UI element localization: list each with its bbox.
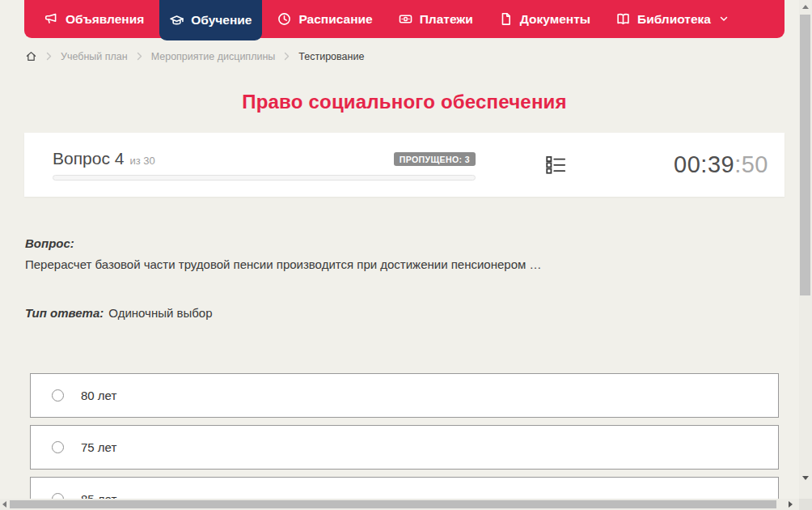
nav-item-schedule[interactable]: Расписание <box>267 0 383 38</box>
nav-item-label: Расписание <box>298 12 372 27</box>
question-total-label: из 30 <box>129 155 154 167</box>
open-book-icon <box>616 12 630 26</box>
skipped-badge: ПРОПУЩЕНО: 3 <box>394 152 476 166</box>
question-heading: Вопрос: <box>25 236 74 250</box>
scroll-down-arrow-icon[interactable] <box>802 476 809 480</box>
chevron-down-icon <box>720 16 728 22</box>
question-progress-bar <box>53 175 476 181</box>
timer-seconds: 50 <box>742 151 768 177</box>
timer-separator: : <box>734 151 742 177</box>
answer-options-list: 80 лет 75 лет 85 лет <box>30 373 779 510</box>
question-number: Вопрос 4из 30 <box>53 149 155 168</box>
nav-item-label: Обучение <box>191 13 252 28</box>
nav-item-payments[interactable]: Платежи <box>388 0 484 38</box>
megaphone-icon <box>44 12 58 26</box>
nav-item-label: Платежи <box>420 12 473 27</box>
breadcrumb-item-study-plan[interactable]: Учебный план <box>61 51 128 62</box>
chevron-right-icon <box>284 52 290 61</box>
question-number-label: Вопрос 4 <box>53 149 124 168</box>
answer-type-value: Одиночный выбор <box>108 306 212 320</box>
banknote-icon <box>399 12 412 26</box>
breadcrumb: Учебный план Мероприятие дисциплины Тест… <box>25 50 364 62</box>
nav-item-library[interactable]: Библиотека <box>606 0 738 38</box>
document-icon <box>499 12 513 26</box>
breadcrumb-item-discipline-event[interactable]: Мероприятие дисциплины <box>151 51 276 62</box>
radio-button[interactable] <box>52 389 64 402</box>
answer-type-label: Тип ответа: <box>25 306 104 320</box>
chevron-right-icon <box>137 52 142 61</box>
nav-item-learning[interactable]: Обучение <box>159 0 262 40</box>
timer-minutes: 00:39 <box>674 151 734 177</box>
question-header-card: Вопрос 4из 30 ПРОПУЩЕНО: 3 00:39:50 <box>24 133 785 197</box>
question-list-icon[interactable] <box>545 154 567 176</box>
breadcrumb-item-testing: Тестирование <box>298 51 364 62</box>
nav-item-label: Объявления <box>66 12 144 27</box>
answer-option[interactable]: 75 лет <box>30 425 779 470</box>
home-icon[interactable] <box>25 50 37 62</box>
page-title: Право социального обеспечения <box>24 91 785 113</box>
answer-option-label: 75 лет <box>81 440 116 454</box>
nav-item-label: Документы <box>520 12 590 27</box>
nav-item-label: Библиотека <box>637 12 711 27</box>
scroll-up-arrow-icon[interactable] <box>802 5 809 9</box>
chevron-right-icon <box>46 52 52 61</box>
answer-option[interactable]: 80 лет <box>30 373 779 418</box>
answer-type-row: Тип ответа:Одиночный выбор <box>25 306 213 320</box>
question-progress-column: Вопрос 4из 30 ПРОПУЩЕНО: 3 <box>53 149 476 181</box>
clock-icon <box>277 12 291 26</box>
vertical-scrollbar[interactable] <box>799 0 812 499</box>
horizontal-scrollbar[interactable] <box>0 499 799 510</box>
vertical-scrollbar-thumb[interactable] <box>800 15 810 295</box>
graduation-cap-icon <box>170 14 184 28</box>
scroll-left-arrow-icon[interactable] <box>2 501 6 508</box>
main-navbar: Объявления Обучение Расписание Платежи Д… <box>24 0 785 38</box>
timer: 00:39:50 <box>674 151 768 178</box>
nav-item-documents[interactable]: Документы <box>488 0 601 38</box>
scrollbar-corner <box>799 499 812 510</box>
nav-item-announcements[interactable]: Объявления <box>34 0 154 38</box>
radio-button[interactable] <box>52 441 64 453</box>
scroll-right-arrow-icon[interactable] <box>789 501 793 508</box>
answer-option-label: 80 лет <box>81 389 116 402</box>
horizontal-scrollbar-thumb[interactable] <box>10 500 776 508</box>
question-text: Перерасчет базовой части трудовой пенсии… <box>25 257 753 271</box>
